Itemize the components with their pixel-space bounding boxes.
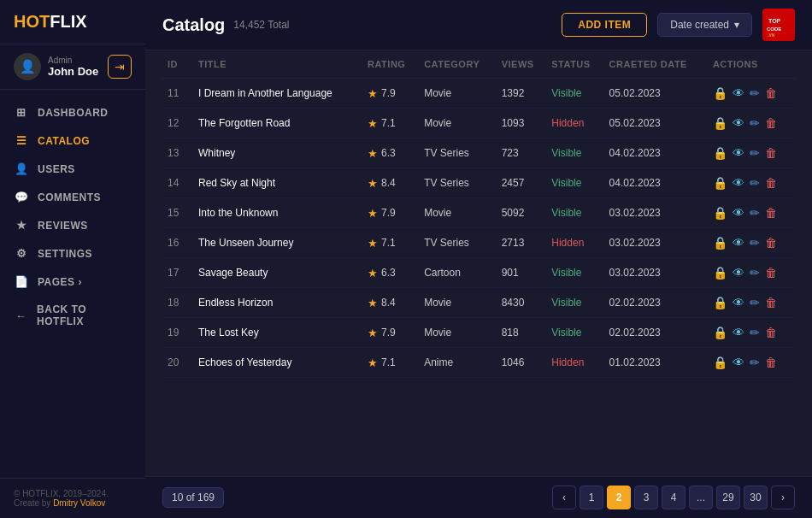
sidebar-item-dashboard[interactable]: ⊞ DASHBOARD <box>0 98 145 127</box>
sidebar-item-users[interactable]: 👤 USERS <box>0 155 145 183</box>
copyright: © HOTFLIX, 2019–2024. <box>14 489 132 498</box>
sidebar-item-catalog[interactable]: ☰ CATALOG <box>0 127 145 155</box>
cell-views: 1046 <box>497 348 547 378</box>
lock-icon[interactable]: 🔒 <box>713 146 727 160</box>
page-btn-3[interactable]: 3 <box>634 486 658 509</box>
col-status: STATUS <box>546 50 603 79</box>
lock-icon[interactable]: 🔒 <box>713 86 727 100</box>
lock-icon[interactable]: 🔒 <box>713 356 727 369</box>
sidebar-item-label: CATALOG <box>38 135 90 147</box>
chevron-down-icon: ▾ <box>734 19 739 31</box>
eye-icon[interactable]: 👁 <box>733 236 744 250</box>
eye-icon[interactable]: 👁 <box>733 296 744 309</box>
sidebar-item-pages[interactable]: 📄 PAGES › <box>0 268 145 296</box>
catalog-table-container: ID TITLE RATING CATEGORY VIEWS STATUS CR… <box>145 50 812 476</box>
delete-icon[interactable]: 🗑 <box>765 236 777 250</box>
sidebar-item-reviews[interactable]: ★ REVIEWS <box>0 211 145 239</box>
eye-icon[interactable]: 👁 <box>733 176 744 190</box>
cell-views: 723 <box>497 138 547 168</box>
page-btn-29[interactable]: 29 <box>716 486 740 509</box>
cell-rating: ★ 7.9 <box>362 198 419 228</box>
eye-icon[interactable]: 👁 <box>733 116 744 130</box>
pagination-bar: 10 of 169 ‹1234...2930› <box>145 476 812 518</box>
delete-icon[interactable]: 🗑 <box>765 86 777 100</box>
cell-title: The Forgotten Road <box>193 109 362 138</box>
page-btn-2[interactable]: 2 <box>607 486 631 509</box>
eye-icon[interactable]: 👁 <box>733 206 744 220</box>
sidebar-item-label: COMMENTS <box>38 191 101 203</box>
table-row: 13 Whitney ★ 6.3 TV Series 723 Visible 0… <box>162 138 795 168</box>
delete-icon[interactable]: 🗑 <box>765 116 777 130</box>
cell-views: 2457 <box>497 168 547 198</box>
edit-icon[interactable]: ✏ <box>750 296 760 309</box>
topbar: Catalog 14,452 Total ADD ITEM Date creat… <box>145 0 812 50</box>
delete-icon[interactable]: 🗑 <box>765 176 777 190</box>
cell-rating: ★ 7.9 <box>362 79 419 109</box>
cell-category: Movie <box>419 318 497 348</box>
cell-status: Visible <box>546 168 603 198</box>
page-btn-4[interactable]: 4 <box>662 486 685 509</box>
lock-icon[interactable]: 🔒 <box>713 116 727 130</box>
cell-id: 17 <box>162 258 193 288</box>
edit-icon[interactable]: ✏ <box>750 266 760 280</box>
star-icon: ★ <box>368 267 378 280</box>
sidebar-item-settings[interactable]: ⚙ SETTINGS <box>0 239 145 268</box>
cell-views: 901 <box>497 258 547 288</box>
next-page-button[interactable]: › <box>771 486 795 509</box>
edit-icon[interactable]: ✏ <box>750 86 760 100</box>
lock-icon[interactable]: 🔒 <box>713 236 727 250</box>
delete-icon[interactable]: 🗑 <box>765 356 777 369</box>
eye-icon[interactable]: 👁 <box>733 266 744 280</box>
cell-title: The Lost Key <box>193 318 362 348</box>
edit-icon[interactable]: ✏ <box>750 326 760 339</box>
rating-value: 7.1 <box>381 117 396 129</box>
lock-icon[interactable]: 🔒 <box>713 296 727 309</box>
delete-icon[interactable]: 🗑 <box>765 146 777 160</box>
lock-icon[interactable]: 🔒 <box>713 326 727 339</box>
delete-icon[interactable]: 🗑 <box>765 326 777 339</box>
page-btn-30[interactable]: 30 <box>744 486 768 509</box>
cell-views: 1093 <box>497 109 547 138</box>
cell-actions: 🔒 👁 ✏ 🗑 <box>708 228 795 258</box>
logout-button[interactable]: ⇥ <box>108 55 132 79</box>
total-count: 14,452 Total <box>233 19 289 31</box>
edit-icon[interactable]: ✏ <box>750 116 760 130</box>
edit-icon[interactable]: ✏ <box>750 206 760 220</box>
rating-value: 7.9 <box>381 207 396 219</box>
delete-icon[interactable]: 🗑 <box>765 206 777 220</box>
lock-icon[interactable]: 🔒 <box>713 206 727 220</box>
cell-actions: 🔒 👁 ✏ 🗑 <box>708 79 795 109</box>
cell-rating: ★ 6.3 <box>362 138 419 168</box>
author-link[interactable]: Dmitry Volkov <box>53 498 105 508</box>
cell-date: 04.02.2023 <box>604 138 708 168</box>
sidebar-item-back[interactable]: ← BACK TO HOTFLIX <box>0 296 145 335</box>
edit-icon[interactable]: ✏ <box>750 236 760 250</box>
delete-icon[interactable]: 🗑 <box>765 266 777 280</box>
logo: HOTFLIX <box>0 0 145 44</box>
add-item-button[interactable]: ADD ITEM <box>562 13 647 37</box>
lock-icon[interactable]: 🔒 <box>713 176 727 190</box>
eye-icon[interactable]: 👁 <box>733 86 744 100</box>
prev-page-button[interactable]: ‹ <box>552 486 576 509</box>
edit-icon[interactable]: ✏ <box>750 356 760 369</box>
sidebar-item-label: PAGES › <box>38 276 82 288</box>
page-btn-1[interactable]: 1 <box>580 486 603 509</box>
eye-icon[interactable]: 👁 <box>733 356 744 369</box>
edit-icon[interactable]: ✏ <box>750 146 760 160</box>
page-ellipsis: ... <box>689 486 713 509</box>
eye-icon[interactable]: 👁 <box>733 326 744 339</box>
sidebar-item-comments[interactable]: 💬 COMMENTS <box>0 183 145 211</box>
delete-icon[interactable]: 🗑 <box>765 296 777 309</box>
date-filter-dropdown[interactable]: Date created ▾ <box>657 13 752 37</box>
edit-icon[interactable]: ✏ <box>750 176 760 190</box>
pagination: ‹1234...2930› <box>552 486 795 509</box>
star-icon: ★ <box>368 177 378 190</box>
cell-category: Movie <box>419 198 497 228</box>
sidebar-item-label: USERS <box>38 163 75 175</box>
cell-date: 02.02.2023 <box>604 288 708 318</box>
cell-status: Hidden <box>546 109 603 138</box>
lock-icon[interactable]: 🔒 <box>713 266 727 280</box>
cell-category: TV Series <box>419 168 497 198</box>
rating-value: 7.9 <box>381 87 396 99</box>
eye-icon[interactable]: 👁 <box>733 146 744 160</box>
